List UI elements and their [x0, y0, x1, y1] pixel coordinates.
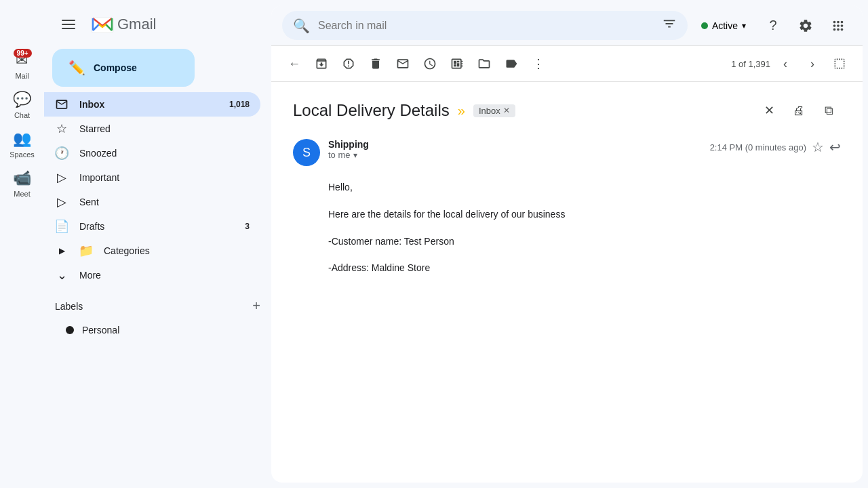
drafts-icon: 📄 — [55, 220, 68, 233]
topbar: 🔍 Active ▾ ? — [271, 5, 863, 46]
svg-rect-1 — [62, 24, 75, 25]
sender-to-chevron: ▾ — [353, 150, 357, 160]
meet-nav-item[interactable]: 📹 Meet — [7, 165, 37, 202]
sender-avatar: S — [293, 139, 320, 166]
hamburger-menu[interactable] — [55, 11, 82, 38]
remove-label-button[interactable]: ✕ — [503, 106, 510, 115]
status-button[interactable]: Active ▾ — [693, 15, 754, 37]
close-email-button[interactable]: ✕ — [757, 98, 781, 123]
pagination-text: 1 of 1,391 — [731, 59, 770, 69]
inbox-tag-text: Inbox — [479, 106, 500, 116]
search-icon: 🔍 — [293, 18, 310, 34]
email-content: Local Delivery Details » Inbox ✕ ✕ 🖨 ⧉ S… — [271, 82, 863, 483]
label-personal-name: Personal — [82, 325, 119, 336]
mark-unread-button[interactable] — [391, 52, 415, 76]
email-meta: 2:14 PM (0 minutes ago) ☆ ↩ — [710, 139, 841, 155]
svg-rect-2 — [62, 28, 75, 29]
help-button[interactable]: ? — [760, 12, 787, 39]
open-in-new-button[interactable]: ⧉ — [816, 98, 841, 123]
sidebar-item-sent[interactable]: ▷ Sent — [44, 190, 260, 214]
sender-to[interactable]: to me ▾ — [328, 150, 702, 160]
sent-label: Sent — [79, 197, 250, 207]
email-address: -Address: Maldine Store — [328, 260, 841, 277]
categories-icon: 📁 — [79, 244, 93, 258]
search-input[interactable] — [318, 20, 654, 32]
star-button[interactable]: ☆ — [812, 139, 824, 155]
settings-button[interactable] — [792, 12, 819, 39]
sidebar-item-drafts[interactable]: 📄 Drafts 3 — [44, 214, 260, 239]
sidebar-item-starred[interactable]: ☆ Starred — [44, 117, 260, 141]
inbox-count: 1,018 — [229, 100, 250, 109]
inbox-icon — [55, 98, 68, 111]
main-content: 🔍 Active ▾ ? ← — [271, 5, 863, 483]
more-label: More — [79, 270, 250, 281]
mail-nav-item[interactable]: ✉ 99+ Mail — [9, 47, 34, 84]
add-label-button[interactable]: + — [252, 298, 260, 314]
starred-label: Starred — [79, 123, 250, 134]
sender-to-text: to me — [328, 150, 351, 160]
status-label: Active — [712, 20, 738, 31]
subject-actions: ✕ 🖨 ⧉ — [757, 98, 841, 123]
prev-email-button[interactable]: ‹ — [773, 52, 797, 76]
labels-header: Labels + — [55, 293, 260, 319]
email-customer: -Customer name: Test Person — [328, 234, 841, 250]
email-intro: Here are the details for the local deliv… — [328, 207, 841, 223]
snoozed-icon: 🕐 — [55, 146, 68, 160]
sender-name: Shipping — [328, 139, 702, 150]
search-bar[interactable]: 🔍 — [282, 11, 688, 40]
snooze-button[interactable] — [418, 52, 442, 76]
more-icon: ⌄ — [55, 268, 68, 282]
sent-icon: ▷ — [55, 195, 68, 209]
sidebar: Gmail ✏️ Compose Inbox 1,018 ☆ Starred 🕐… — [44, 0, 271, 488]
compose-button[interactable]: ✏️ Compose — [52, 49, 195, 87]
apps-button[interactable] — [825, 12, 852, 39]
sidebar-item-snoozed[interactable]: 🕐 Snoozed — [44, 141, 260, 165]
email-toolbar: ← ⋮ 1 of 1,391 ‹ › — [271, 46, 863, 82]
inbox-label-tag: Inbox ✕ — [473, 104, 515, 117]
email-greeting: Hello, — [328, 180, 841, 196]
drafts-label: Drafts — [79, 221, 234, 232]
important-marker: » — [458, 103, 465, 119]
status-chevron: ▾ — [742, 21, 746, 30]
email-subject: Local Delivery Details — [293, 101, 450, 120]
label-personal[interactable]: Personal — [55, 319, 250, 341]
pagination: 1 of 1,391 ‹ › — [731, 52, 852, 76]
spaces-nav-item[interactable]: 👥 Spaces — [4, 126, 40, 163]
email-body: Hello, Here are the details for the loca… — [328, 180, 841, 277]
starred-icon: ☆ — [55, 122, 68, 136]
next-email-button[interactable]: › — [800, 52, 825, 76]
app-title: Gmail — [117, 16, 156, 33]
sidebar-item-important[interactable]: ▷ Important — [44, 165, 260, 190]
print-button[interactable]: 🖨 — [787, 98, 811, 123]
mail-badge: 99+ — [14, 49, 32, 58]
sidebar-item-more[interactable]: ⌄ More — [44, 263, 260, 287]
meet-label: Meet — [14, 190, 30, 198]
reply-button[interactable]: ↩ — [829, 139, 841, 155]
back-button[interactable]: ← — [282, 52, 307, 76]
compose-icon: ✏️ — [68, 60, 85, 76]
email-subject-area: Local Delivery Details » Inbox ✕ ✕ 🖨 ⧉ — [293, 98, 841, 123]
chat-label: Chat — [14, 111, 30, 119]
more-actions-button[interactable]: ⋮ — [526, 52, 551, 76]
inbox-label: Inbox — [79, 99, 218, 110]
view-mode-button[interactable] — [827, 52, 852, 76]
search-filter-icon[interactable] — [662, 16, 677, 35]
topbar-right: Active ▾ ? — [693, 12, 852, 39]
sidebar-item-inbox[interactable]: Inbox 1,018 — [44, 92, 260, 117]
move-to-button[interactable] — [472, 52, 496, 76]
report-spam-button[interactable] — [336, 52, 361, 76]
spaces-label: Spaces — [9, 150, 35, 159]
add-task-button[interactable] — [445, 52, 469, 76]
sidebar-item-categories[interactable]: ▶ 📁 Categories — [44, 239, 260, 263]
drafts-count: 3 — [245, 222, 250, 231]
delete-button[interactable] — [363, 52, 388, 76]
email-timestamp: 2:14 PM (0 minutes ago) — [710, 142, 806, 152]
archive-button[interactable] — [309, 52, 334, 76]
important-label: Important — [79, 172, 250, 183]
categories-label: Categories — [104, 245, 250, 256]
chat-nav-item[interactable]: 💬 Chat — [7, 87, 37, 123]
sidebar-header: Gmail — [44, 5, 271, 43]
icon-bar: ✉ 99+ Mail 💬 Chat 👥 Spaces 📹 Meet — [0, 0, 44, 488]
svg-rect-0 — [62, 20, 75, 21]
label-button[interactable] — [499, 52, 524, 76]
